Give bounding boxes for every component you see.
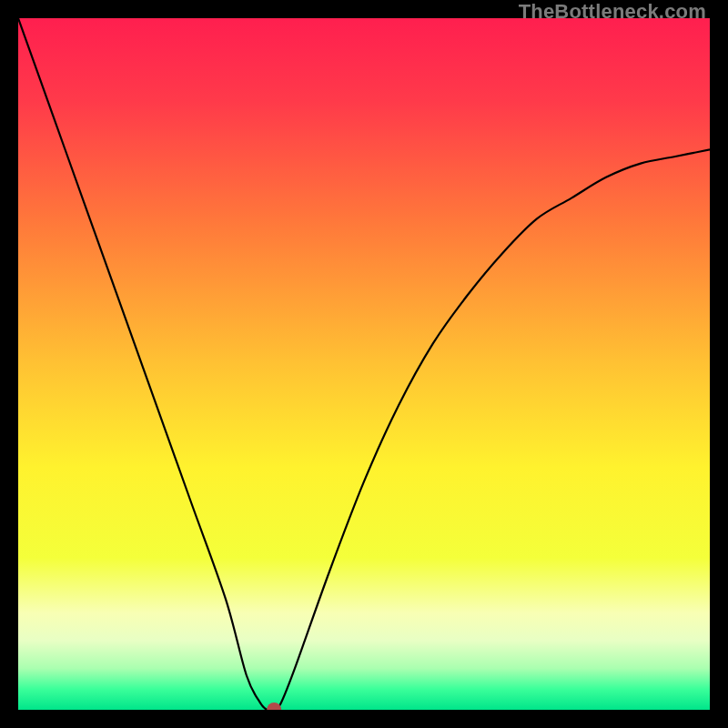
chart-svg	[18, 18, 710, 710]
chart-background	[18, 18, 710, 710]
watermark-text: TheBottleneck.com	[519, 0, 706, 24]
